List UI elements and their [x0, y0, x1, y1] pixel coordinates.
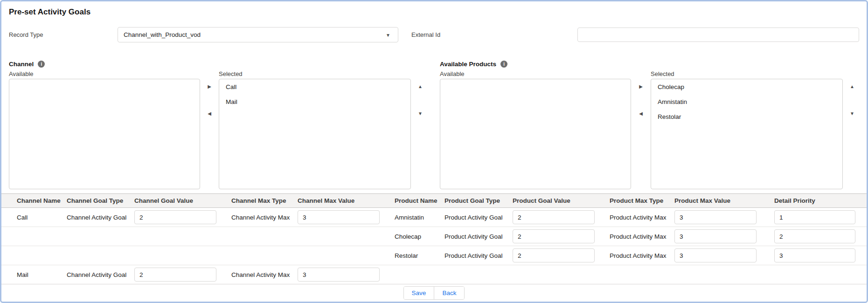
- move-left-button[interactable]: ◀: [205, 110, 214, 117]
- channel-max-value-input[interactable]: [298, 268, 380, 282]
- column-header: Product Max Value: [674, 197, 774, 204]
- column-header: Channel Name: [1, 197, 67, 204]
- channel-max-type: Channel Activity Max: [231, 271, 290, 278]
- info-icon[interactable]: i: [500, 61, 507, 68]
- products-selected-label: Selected: [651, 69, 843, 79]
- sort-up-icon: ▲: [418, 84, 423, 89]
- detail-priority-input[interactable]: [774, 248, 855, 262]
- form-row: Record Type Channel_with_Product_vod ▼ E…: [1, 27, 867, 42]
- list-item[interactable]: Cholecap: [651, 81, 842, 93]
- column-header: Product Goal Value: [513, 197, 610, 204]
- channel-goal-type: Channel Activity Goal: [67, 271, 126, 278]
- product-goal-value-input[interactable]: [513, 210, 595, 224]
- channel-max-type: Channel Activity Max: [231, 214, 290, 221]
- channel-name: Mail: [17, 271, 28, 278]
- channel-selected-listbox[interactable]: CallMail: [219, 79, 411, 189]
- move-right-icon: ▶: [208, 84, 211, 89]
- sort-up-icon: ▲: [850, 84, 854, 89]
- footer: Save Back: [1, 284, 867, 301]
- column-header: Channel Goal Value: [134, 197, 231, 204]
- product-max-value-input[interactable]: [674, 248, 757, 262]
- save-button[interactable]: Save: [404, 287, 434, 299]
- channel-goal-value-input[interactable]: [134, 210, 216, 224]
- product-max-value-input[interactable]: [674, 229, 757, 243]
- product-goal-type: Product Activity Goal: [444, 252, 503, 259]
- external-id-input[interactable]: [577, 28, 859, 42]
- goals-table: Channel NameChannel Goal TypeChannel Goa…: [1, 193, 867, 284]
- products-picker: Available Products i Available Selected …: [440, 59, 861, 189]
- column-header: Product Max Type: [610, 197, 674, 204]
- column-header: Detail Priority: [774, 197, 867, 204]
- list-item[interactable]: Mail: [219, 96, 410, 108]
- page-title: Pre-set Activity Goals: [1, 1, 867, 17]
- sort-up-button[interactable]: ▲: [847, 83, 857, 90]
- detail-priority-input[interactable]: [774, 210, 855, 224]
- goals-table-header: Channel NameChannel Goal TypeChannel Goa…: [1, 194, 867, 208]
- product-goal-type: Product Activity Goal: [444, 214, 503, 221]
- channel-goal-value-input[interactable]: [134, 268, 216, 282]
- detail-priority-input[interactable]: [774, 229, 855, 243]
- column-header: Channel Max Value: [298, 197, 395, 204]
- page-card: Pre-set Activity Goals Record Type Chann…: [0, 0, 868, 303]
- column-header: Product Goal Type: [444, 197, 513, 204]
- products-selected-listbox[interactable]: CholecapAmnistatinRestolar: [651, 79, 843, 189]
- move-right-icon: ▶: [639, 84, 643, 89]
- column-header: Product Name: [395, 197, 444, 204]
- product-max-type: Product Activity Max: [610, 252, 667, 259]
- products-picker-title: Available Products: [440, 61, 496, 68]
- list-item[interactable]: Amnistatin: [651, 96, 842, 108]
- chevron-down-icon: ▼: [386, 32, 390, 37]
- pickers-row: Channel i Available Selected ▶ ◀ CallMai…: [1, 59, 867, 189]
- move-left-button[interactable]: ◀: [636, 110, 646, 117]
- sort-up-button[interactable]: ▲: [415, 83, 425, 90]
- sort-down-icon: ▼: [418, 111, 423, 116]
- move-right-button[interactable]: ▶: [205, 83, 214, 90]
- channel-goal-type: Channel Activity Goal: [67, 214, 126, 221]
- list-item[interactable]: Call: [219, 81, 410, 93]
- list-item[interactable]: Restolar: [651, 111, 842, 123]
- channel-available-label: Available: [9, 69, 200, 79]
- footer-button-group: Save Back: [403, 286, 465, 300]
- move-left-icon: ◀: [208, 111, 211, 116]
- channel-picker: Channel i Available Selected ▶ ◀ CallMai…: [9, 59, 430, 189]
- sort-down-icon: ▼: [850, 111, 854, 116]
- product-max-type: Product Activity Max: [610, 214, 667, 221]
- sort-down-button[interactable]: ▼: [847, 110, 857, 117]
- table-row: CholecapProduct Activity GoalProduct Act…: [1, 227, 867, 246]
- product-name: Restolar: [395, 252, 418, 259]
- record-type-select[interactable]: Channel_with_Product_vod ▼: [118, 27, 398, 42]
- products-available-label: Available: [440, 69, 631, 79]
- move-right-button[interactable]: ▶: [636, 83, 646, 90]
- channel-available-listbox[interactable]: [9, 79, 200, 189]
- sort-down-button[interactable]: ▼: [415, 110, 425, 117]
- back-button[interactable]: Back: [434, 287, 464, 299]
- product-name: Cholecap: [395, 233, 421, 240]
- table-row: CallChannel Activity GoalChannel Activit…: [1, 208, 867, 227]
- product-goal-value-input[interactable]: [513, 248, 595, 262]
- info-icon[interactable]: i: [38, 61, 45, 68]
- products-available-listbox[interactable]: [440, 79, 631, 189]
- channel-picker-title: Channel: [9, 61, 34, 68]
- product-max-value-input[interactable]: [674, 210, 757, 224]
- record-type-label: Record Type: [1, 31, 118, 38]
- table-row: RestolarProduct Activity GoalProduct Act…: [1, 246, 867, 265]
- table-row: MailChannel Activity GoalChannel Activit…: [1, 265, 867, 284]
- column-header: Channel Max Type: [231, 197, 298, 204]
- record-type-value: Channel_with_Product_vod: [124, 31, 201, 38]
- product-name: Amnistatin: [395, 214, 424, 221]
- move-left-icon: ◀: [639, 111, 643, 116]
- column-header: Channel Goal Type: [67, 197, 134, 204]
- channel-selected-label: Selected: [219, 69, 411, 79]
- channel-name: Call: [17, 214, 28, 221]
- channel-max-value-input[interactable]: [298, 210, 380, 224]
- product-max-type: Product Activity Max: [610, 233, 667, 240]
- goals-table-body: CallChannel Activity GoalChannel Activit…: [1, 208, 867, 284]
- external-id-label: External Id: [411, 31, 440, 38]
- product-goal-value-input[interactable]: [513, 229, 595, 243]
- product-goal-type: Product Activity Goal: [444, 233, 503, 240]
